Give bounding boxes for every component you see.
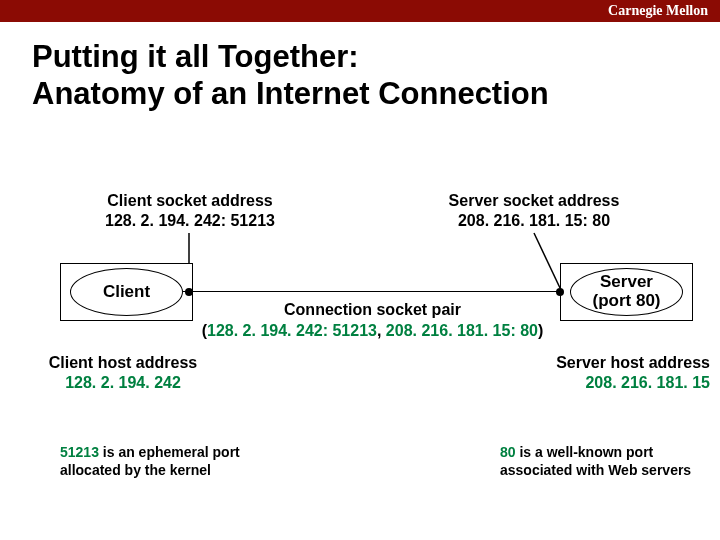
server-host-label: Server host address xyxy=(540,353,710,373)
client-host-label: Client host address xyxy=(38,353,208,373)
client-host-value: 128. 2. 194. 242 xyxy=(38,373,208,393)
server-note-rest1: is a well-known port xyxy=(516,444,654,460)
server-port-note: 80 is a well-known port associated with … xyxy=(500,443,710,479)
client-node-label: Client xyxy=(103,283,150,302)
client-host-address: Client host address 128. 2. 194. 242 xyxy=(38,353,208,393)
server-endpoint-dot xyxy=(556,288,564,296)
client-endpoint-dot xyxy=(185,288,193,296)
client-note-port: 51213 xyxy=(60,444,99,460)
client-note-rest2: allocated by the kernel xyxy=(60,462,211,478)
client-socket-label: Client socket address xyxy=(90,191,290,211)
connection-pair: Connection socket pair (128. 2. 194. 242… xyxy=(190,300,555,342)
server-socket-value: 208. 216. 181. 15: 80 xyxy=(434,211,634,231)
server-node-label: Server xyxy=(593,273,661,292)
client-port-note: 51213 is an ephemeral port allocated by … xyxy=(60,443,290,479)
diagram-canvas: Client socket address 128. 2. 194. 242: … xyxy=(0,0,720,540)
connection-pair-values: (128. 2. 194. 242: 51213, 208. 216. 181.… xyxy=(190,321,555,342)
server-host-address: Server host address 208. 216. 181. 15 xyxy=(540,353,710,393)
connection-line xyxy=(183,291,561,292)
server-node: Server (port 80) xyxy=(570,268,683,316)
connection-server-part: 208. 216. 181. 15: 80 xyxy=(386,322,538,339)
svg-line-1 xyxy=(534,233,560,288)
client-socket-value: 128. 2. 194. 242: 51213 xyxy=(90,211,290,231)
server-socket-label: Server socket address xyxy=(434,191,634,211)
client-node: Client xyxy=(70,268,183,316)
server-note-port: 80 xyxy=(500,444,516,460)
connection-pair-title: Connection socket pair xyxy=(190,300,555,321)
server-note-rest2: associated with Web servers xyxy=(500,462,691,478)
client-socket-address: Client socket address 128. 2. 194. 242: … xyxy=(90,191,290,231)
connection-client-part: 128. 2. 194. 242: 51213 xyxy=(207,322,377,339)
server-host-value: 208. 216. 181. 15 xyxy=(540,373,710,393)
server-socket-address: Server socket address 208. 216. 181. 15:… xyxy=(434,191,634,231)
client-note-rest1: is an ephemeral port xyxy=(99,444,240,460)
server-node-port: (port 80) xyxy=(593,292,661,311)
